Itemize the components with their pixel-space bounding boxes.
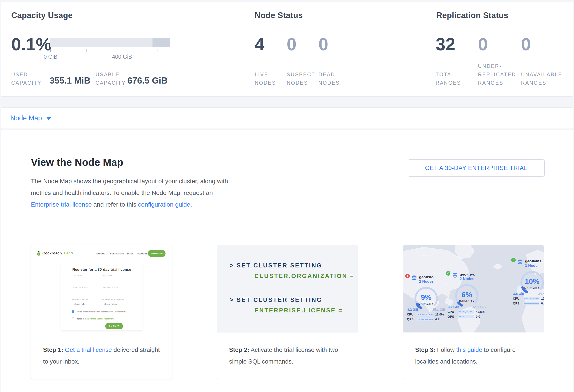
project-phase-label: PROJECT PHASE xyxy=(72,299,98,300)
qps-value: 0.0 xyxy=(541,302,544,305)
cluster-overview-page: Capacity Usage 0.1% 0 GiB 400 GiB USED C… xyxy=(0,0,574,392)
trial-registration-form: Register for a 30-day trial license xyxy=(61,264,143,331)
database-icon xyxy=(411,275,418,281)
dead-nodes-label-line1: DEAD xyxy=(318,70,340,79)
cpu-label: CPU xyxy=(513,297,521,300)
live-nodes-label-line1: LIVE xyxy=(255,70,276,79)
qps-label: QPS xyxy=(407,317,415,321)
capacity-axis-tick xyxy=(158,49,158,52)
node-map-info-panel: View the Node Map The Node Map shows the… xyxy=(1,130,573,392)
dead-nodes-value: 0 xyxy=(318,35,328,54)
database-icon xyxy=(517,259,523,266)
sql-setting-name: CLUSTER.ORGANIZATION = xyxy=(254,273,354,279)
last-name-field: LAST NAME xyxy=(102,275,132,283)
qps-label: QPS xyxy=(513,302,521,305)
qps-metric-row: QPS 0.0 xyxy=(448,315,488,318)
used-capacity-value: 355.1 MiB xyxy=(50,76,90,86)
cluster-summary-panel: Capacity Usage 0.1% 0 GiB 400 GiB USED C… xyxy=(1,2,573,96)
software-license-link: Software License Agreement. xyxy=(88,318,114,320)
cpu-value: 12.3% xyxy=(541,297,544,300)
sql-line-1: > SET CLUSTER SETTING xyxy=(230,262,322,269)
live-nodes-label-line2: NODES xyxy=(255,79,276,87)
capacity-used: 3.6 GiB xyxy=(513,292,525,296)
cpu-metric-row: CPU 12.3% xyxy=(513,297,544,300)
suspect-nodes-label: SUSPECT NODES xyxy=(287,70,315,87)
total-ranges-value: 32 xyxy=(436,35,455,54)
sql-setting-name: ENTERPRISE.LICENSE = xyxy=(254,307,343,314)
cpu-label: CPU xyxy=(448,310,456,314)
nav-item-product: PRODUCT xyxy=(96,253,107,255)
unavailable-label-line2: RANGES xyxy=(521,79,562,87)
total-ranges-label-line2: RANGES xyxy=(436,79,461,87)
registration-site-screenshot: Cockroach LABS PRODUCT CUSTOMERS DOCS RE… xyxy=(32,246,171,342)
usable-capacity-value: 676.5 GiB xyxy=(127,76,167,86)
usable-capacity-label-line2: CAPACITY xyxy=(96,79,126,87)
locality-ams-header: ✓ geo=ams 1 Node xyxy=(511,259,544,271)
checked-checkbox-icon xyxy=(72,310,74,313)
license-agreement-text: I agree to the Software License Agreemen… xyxy=(76,318,114,320)
step3-card: 1 geo=sfo 2 Nodes xyxy=(403,245,544,379)
company-email-field: COMPANY EMAIL xyxy=(102,287,132,295)
submit-pill-button: SUBMIT xyxy=(105,323,123,329)
sql-line-3: > SET CLUSTER SETTING xyxy=(230,297,322,303)
error-badge-icon: 1 xyxy=(405,274,410,278)
capacity-used: 3.7 GiB xyxy=(448,305,459,309)
description-text-3: . xyxy=(190,201,192,208)
node-map-dropdown[interactable]: Node Map xyxy=(10,114,51,122)
sql-code-block: > SET CLUSTER SETTING CLUSTER.ORGANIZATI… xyxy=(217,245,358,333)
locality-sfo-header: 1 geo=sfo 2 Nodes xyxy=(405,275,447,286)
gauge-percent: 9% xyxy=(421,293,431,301)
capacity-axis-label-0: 0 GiB xyxy=(33,54,68,60)
database-icon xyxy=(451,272,458,279)
usable-capacity-label-line1: USABLE xyxy=(96,70,126,79)
qps-value: 4.7 xyxy=(435,317,439,321)
company-name-label: COMPANY NAME xyxy=(72,287,98,289)
reason-field: REASON FOR INTEREST Please Select xyxy=(102,299,132,307)
step2-card: > SET CLUSTER SETTING CLUSTER.ORGANIZATI… xyxy=(217,245,358,379)
description-text-1: The Node Map shows the geographical layo… xyxy=(31,178,228,196)
dead-nodes-label: DEAD NODES xyxy=(318,70,340,87)
get-enterprise-trial-button[interactable]: GET A 30-DAY ENTERPRISE TRIAL xyxy=(408,159,545,177)
gauge-label: CAPACITY xyxy=(459,300,474,303)
under-replicated-ranges-label: UNDER- REPLICATED RANGES xyxy=(478,62,516,87)
get-trial-license-link[interactable]: Get a trial license xyxy=(65,346,112,353)
locality-name: geo=ams xyxy=(525,259,541,263)
unchecked-checkbox-icon xyxy=(72,317,74,320)
this-guide-link[interactable]: this guide xyxy=(456,346,482,353)
suspect-nodes-value: 0 xyxy=(287,35,297,54)
capacity-axis-label-400: 400 GiB xyxy=(104,54,140,60)
step1-caption: Step 1: Get a trial license delivered st… xyxy=(43,344,163,367)
node-map-description: The Node Map shows the geographical layo… xyxy=(31,175,239,210)
total-ranges-label: TOTAL RANGES xyxy=(436,70,461,87)
capacity-axis-tick xyxy=(86,49,86,52)
capacity-axis-tick xyxy=(122,49,122,52)
used-capacity-label-line1: USED xyxy=(11,70,41,79)
qps-value: 0.0 xyxy=(476,315,480,318)
company-email-input xyxy=(102,290,132,295)
capacity-total: 35.1 GiB xyxy=(432,308,445,311)
cpu-sparkline xyxy=(417,313,433,316)
cpu-sparkline xyxy=(458,310,474,314)
capacity-total: 65.7 GiB xyxy=(473,305,486,309)
total-ranges-label-line1: TOTAL xyxy=(436,70,461,79)
company-name-field: COMPANY NAME xyxy=(72,287,98,295)
capacity-usage-title: Capacity Usage xyxy=(11,11,73,20)
cpu-sparkline xyxy=(523,297,539,300)
company-email-label: COMPANY EMAIL xyxy=(102,287,132,289)
download-pill-button: DOWNLOAD xyxy=(148,250,165,257)
view-selector-bar: Node Map xyxy=(1,107,573,129)
unavailable-ranges-value: 0 xyxy=(521,35,531,54)
locality-node-count: 2 Nodes xyxy=(460,277,475,281)
under-replicated-label-line2: REPLICATED xyxy=(478,70,516,79)
enterprise-trial-license-link[interactable]: Enterprise trial license xyxy=(31,201,92,208)
unavailable-ranges-label: UNAVAILABLE RANGES xyxy=(521,70,562,87)
configuration-guide-link[interactable]: configuration guide xyxy=(138,201,190,208)
step2-label: Step 2: xyxy=(229,346,249,353)
first-name-label: FIRST NAME xyxy=(72,275,98,277)
cockroach-labs-logo: Cockroach LABS xyxy=(36,250,73,256)
locality-sfo: 1 geo=sfo 2 Nodes xyxy=(405,275,447,321)
step3-label: Step 3: xyxy=(415,346,435,353)
cpu-metric-row: CPU 11.0% xyxy=(407,313,447,316)
live-nodes-value: 4 xyxy=(255,35,265,54)
capacity-percent-value: 0.1% xyxy=(11,35,51,54)
